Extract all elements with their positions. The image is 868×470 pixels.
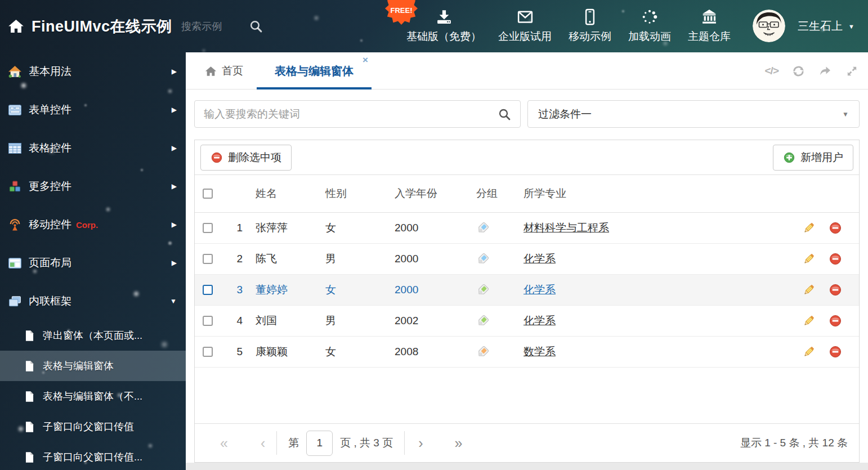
sidebar-subitem[interactable]: 表格与编辑窗体	[0, 351, 186, 381]
sidebar-item[interactable]: 移动控件 Corp. ▶	[0, 205, 186, 244]
search-icon[interactable]	[498, 108, 511, 121]
row-number: 5	[220, 346, 248, 358]
row-checkbox[interactable]	[203, 254, 213, 264]
sidebar-subitem[interactable]: 表格与编辑窗体（不...	[0, 381, 186, 411]
table-row[interactable]: 3 董婷婷 女 2000 化学系	[195, 275, 859, 306]
table-body: 1 张萍萍 女 2000 材料科学与工程系 2	[195, 213, 859, 368]
row-checkbox[interactable]	[203, 316, 213, 326]
sidebar-item-icon	[8, 103, 22, 117]
major-link[interactable]: 化学系	[524, 253, 556, 265]
header-search[interactable]: 搜索示例	[181, 0, 263, 52]
edit-icon[interactable]	[802, 221, 816, 235]
row-number: 4	[220, 315, 248, 327]
sidebar-item[interactable]: 页面布局 ▶	[0, 244, 186, 282]
sidebar-item-label: 页面布局	[29, 256, 71, 270]
sidebar-subitem[interactable]: 子窗口向父窗口传值...	[0, 442, 186, 470]
divider	[276, 431, 277, 455]
delete-row-icon[interactable]	[829, 252, 842, 266]
page-number-input[interactable]	[306, 431, 333, 456]
close-icon[interactable]: ×	[363, 55, 368, 65]
cell-gender: 女	[325, 344, 395, 359]
row-checkbox[interactable]	[203, 347, 213, 357]
file-icon	[24, 360, 35, 372]
cell-name: 张萍萍	[248, 221, 325, 235]
edit-icon[interactable]	[802, 252, 816, 266]
column-header-gender[interactable]: 性别	[325, 186, 395, 201]
expand-arrow-icon: ▶	[172, 259, 177, 267]
major-link[interactable]: 数学系	[524, 346, 556, 357]
record-count-summary: 显示 1 - 5 条 , 共 12 条	[740, 436, 848, 450]
header-nav-item[interactable]: 加载动画	[628, 8, 671, 44]
sidebar-subitem[interactable]: 弹出窗体（本页面或...	[0, 320, 186, 351]
row-checkbox[interactable]	[203, 285, 213, 295]
filter-row: 过滤条件一 ▼	[194, 100, 860, 128]
delete-row-icon[interactable]	[829, 314, 842, 328]
header-nav-item[interactable]: 企业版试用	[498, 8, 552, 44]
share-icon[interactable]	[818, 64, 832, 78]
cell-name: 董婷婷	[248, 283, 325, 297]
table-row[interactable]: 2 陈飞 男 2000 化学系	[195, 244, 859, 275]
sidebar-item-label: 移动控件	[29, 217, 71, 232]
sidebar-item-icon	[8, 294, 22, 308]
home-icon	[205, 65, 217, 77]
table-row[interactable]: 4 刘国 男 2002 化学系	[195, 306, 859, 337]
tab-active[interactable]: 表格与编辑窗体 ×	[257, 52, 372, 89]
sidebar-item[interactable]: 基本用法 ▶	[0, 52, 186, 91]
table-row[interactable]: 1 张萍萍 女 2000 材料科学与工程系	[195, 213, 859, 244]
tab-home[interactable]: 首页	[205, 52, 243, 89]
sidebar-item[interactable]: 表格控件 ▶	[0, 129, 186, 167]
row-checkbox[interactable]	[203, 223, 213, 233]
next-page-button[interactable]: ›	[418, 436, 423, 450]
sidebar-item[interactable]: 表单控件 ▶	[0, 91, 186, 129]
sidebar-item[interactable]: 更多控件 ▶	[0, 167, 186, 205]
sidebar-item[interactable]: 内联框架 ▼	[0, 282, 186, 320]
nav-item-label: 企业版试用	[498, 29, 552, 44]
sidebar-subitem-label: 子窗口向父窗口传值	[43, 420, 134, 433]
sidebar-submenu: 弹出窗体（本页面或... 表格与编辑窗体 表格与编辑窗体（不... 子窗口向父窗…	[0, 320, 186, 470]
first-page-button[interactable]: «	[220, 436, 228, 450]
search-icon[interactable]	[249, 19, 263, 33]
cell-gender: 男	[325, 314, 395, 328]
main-content: 首页 表格与编辑窗体 × </> 过滤条件一 ▼ 删除选中项	[186, 52, 868, 470]
major-link[interactable]: 材料科学与工程系	[524, 222, 609, 234]
column-header-name[interactable]: 姓名	[248, 186, 325, 201]
keyword-search-input[interactable]	[204, 108, 498, 120]
cell-year: 2002	[395, 315, 476, 327]
table-row[interactable]: 5 康颖颖 女 2008 数学系	[195, 337, 859, 368]
file-icon	[24, 330, 35, 342]
user-menu[interactable]: 三生石上 ▼	[798, 0, 854, 52]
add-user-button[interactable]: 新增用户	[773, 145, 853, 171]
delete-row-icon[interactable]	[829, 221, 842, 235]
delete-row-icon[interactable]	[829, 283, 842, 297]
avatar[interactable]	[753, 10, 785, 42]
app-home-icon[interactable]	[8, 18, 24, 34]
edit-icon[interactable]	[802, 314, 816, 328]
filter-dropdown[interactable]: 过滤条件一 ▼	[527, 100, 860, 128]
edit-icon[interactable]	[802, 283, 816, 297]
edit-icon[interactable]	[802, 345, 816, 359]
sidebar-subitem[interactable]: 子窗口向父窗口传值	[0, 411, 186, 442]
nav-item-icon	[436, 8, 453, 25]
major-link[interactable]: 化学系	[524, 315, 556, 326]
delete-selected-button[interactable]: 删除选中项	[200, 145, 292, 171]
sidebar-subitem-label: 弹出窗体（本页面或...	[43, 329, 142, 342]
column-header-year[interactable]: 入学年份	[395, 186, 476, 201]
last-page-button[interactable]: »	[455, 436, 463, 450]
prev-page-button[interactable]: ‹	[261, 436, 265, 450]
nav-item-icon	[641, 8, 658, 25]
column-header-major[interactable]: 所学专业	[524, 186, 785, 201]
tag-icon	[476, 315, 489, 328]
header-nav-item[interactable]: 移动示例	[569, 8, 611, 44]
filter-dropdown-value: 过滤条件一	[538, 107, 592, 122]
source-code-icon[interactable]: </>	[765, 65, 778, 77]
refresh-icon[interactable]	[792, 65, 805, 78]
select-all-checkbox[interactable]	[203, 189, 213, 199]
column-header-group[interactable]: 分组	[476, 186, 524, 201]
header-search-placeholder: 搜索示例	[181, 20, 222, 33]
delete-row-icon[interactable]	[829, 345, 842, 359]
expand-icon[interactable]	[845, 65, 858, 78]
plus-circle-icon	[783, 151, 795, 164]
major-link[interactable]: 化学系	[524, 284, 556, 296]
header-nav-item[interactable]: 主题仓库	[688, 8, 731, 44]
header-nav-item[interactable]: 基础版（免费）	[406, 8, 481, 44]
